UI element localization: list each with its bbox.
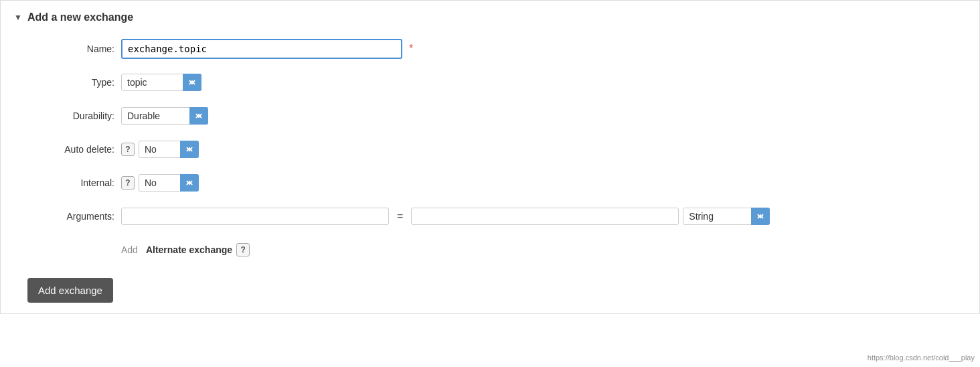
- arguments-type-select[interactable]: String Number Boolean List: [683, 208, 770, 225]
- arguments-control: = String Number Boolean List: [121, 208, 770, 225]
- type-label: Type:: [27, 77, 121, 88]
- arguments-value-input[interactable]: [411, 208, 679, 225]
- type-select-wrapper: topic direct fanout headers: [121, 74, 201, 91]
- internal-help-icon[interactable]: ?: [121, 176, 135, 190]
- durability-label: Durability:: [27, 111, 121, 121]
- durability-control: Durable Transient: [121, 107, 208, 125]
- section-header: ▼ Add a new exchange: [14, 11, 966, 23]
- auto-delete-select[interactable]: No Yes: [139, 141, 199, 158]
- section-title: Add a new exchange: [27, 11, 133, 23]
- durability-select-wrapper: Durable Transient: [121, 107, 208, 125]
- add-exchange-button[interactable]: Add exchange: [27, 278, 113, 303]
- arguments-label: Arguments:: [27, 211, 121, 222]
- arguments-row: Arguments: = String Number Boolean List: [27, 204, 966, 228]
- internal-control: ? No Yes: [121, 174, 199, 192]
- name-control: *: [121, 39, 413, 59]
- type-control: topic direct fanout headers: [121, 74, 201, 91]
- auto-delete-label: Auto delete:: [27, 144, 121, 155]
- auto-delete-select-wrapper: No Yes: [139, 141, 199, 158]
- arguments-type-select-wrapper: String Number Boolean List: [683, 208, 770, 225]
- auto-delete-row: Auto delete: ? No Yes: [27, 137, 966, 161]
- alternate-exchange-label: Alternate exchange: [146, 244, 232, 255]
- auto-delete-control: ? No Yes: [121, 141, 199, 158]
- durability-row: Durability: Durable Transient: [27, 104, 966, 128]
- alternate-exchange-help-icon[interactable]: ?: [236, 243, 250, 256]
- type-select[interactable]: topic direct fanout headers: [121, 74, 201, 91]
- name-label: Name:: [27, 44, 121, 54]
- internal-label: Internal:: [27, 177, 121, 188]
- name-input[interactable]: [121, 39, 402, 59]
- footer-link: https://blog.csdn.net/cold___play: [868, 354, 975, 362]
- name-row: Name: *: [27, 37, 966, 61]
- form: Name: * Type: topic direct fanout header…: [27, 37, 966, 262]
- required-star: *: [409, 43, 413, 55]
- auto-delete-help-icon[interactable]: ?: [121, 143, 135, 156]
- add-alternate-control: Add Alternate exchange ?: [121, 243, 250, 256]
- arguments-key-input[interactable]: [121, 208, 389, 225]
- add-alternate-row: Add Alternate exchange ?: [27, 238, 966, 262]
- collapse-icon[interactable]: ▼: [14, 13, 22, 22]
- internal-select[interactable]: No Yes: [139, 174, 199, 192]
- equals-sign: =: [397, 210, 403, 222]
- type-row: Type: topic direct fanout headers: [27, 70, 966, 94]
- durability-select[interactable]: Durable Transient: [121, 107, 208, 125]
- internal-select-wrapper: No Yes: [139, 174, 199, 192]
- add-link[interactable]: Add: [121, 244, 138, 255]
- internal-row: Internal: ? No Yes: [27, 171, 966, 195]
